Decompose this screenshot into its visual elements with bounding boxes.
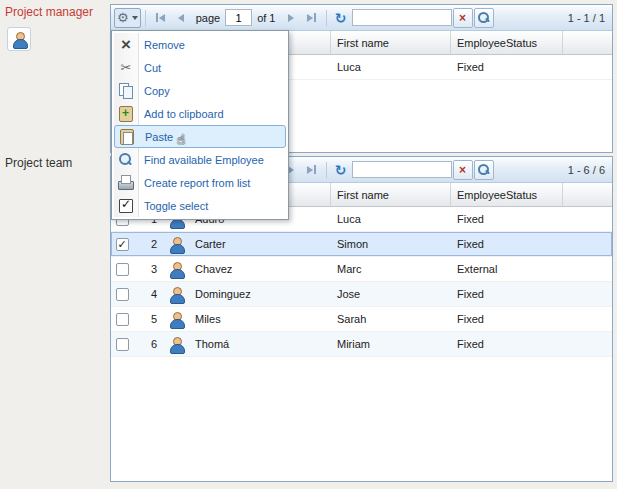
table-body: 1AduroLucaFixed2CarterSimonFixed3ChavezM…	[111, 207, 612, 481]
clear-search-icon: ×	[459, 164, 466, 176]
menu-item-add-to-clipboard[interactable]: Add to clipboard	[114, 102, 286, 125]
project-manager-avatar[interactable]	[7, 27, 31, 51]
row-checkbox[interactable]	[116, 238, 129, 251]
first-name-cell: Luca	[331, 207, 451, 231]
first-name-cell: Marc	[331, 257, 451, 281]
last-page-button[interactable]	[302, 160, 322, 180]
toggle-select-icon	[114, 197, 138, 214]
table-row[interactable]: 3ChavezMarcExternal	[111, 257, 612, 282]
table-row[interactable]: 4DominguezJoseFixed	[111, 282, 612, 307]
grid-toolbar: ⚙ page of 1 ↻ × 1 - 1 / 1	[111, 5, 612, 31]
checkbox-cell	[111, 257, 133, 281]
actions-menu-button[interactable]: ⚙	[114, 8, 141, 28]
filler-cell	[563, 232, 612, 256]
gear-icon: ⚙	[117, 11, 129, 24]
prev-page-button[interactable]	[171, 8, 191, 28]
checkbox-cell	[111, 282, 133, 306]
clear-search-button[interactable]: ×	[453, 8, 473, 28]
add-to-clipboard-icon	[114, 105, 138, 122]
filler-cell	[563, 282, 612, 306]
table-row[interactable]: 2CarterSimonFixed	[111, 232, 612, 257]
first-name-cell: Jose	[331, 282, 451, 306]
row-number: 6	[133, 332, 163, 356]
menu-item-label: Find available Employee	[144, 154, 264, 166]
status-cell: Fixed	[451, 207, 563, 231]
search-input[interactable]	[352, 9, 452, 26]
person-icon	[169, 312, 184, 327]
project-manager-label: Project manager	[5, 5, 93, 19]
status-cell: Fixed	[451, 282, 563, 306]
menu-item-toggle-select[interactable]: Toggle select	[114, 194, 286, 217]
table-row[interactable]: 6ThomáMiriamFixed	[111, 332, 612, 357]
icon-cell	[163, 257, 189, 281]
row-checkbox[interactable]	[116, 313, 129, 326]
next-page-button[interactable]	[281, 8, 301, 28]
page-number-input[interactable]	[225, 9, 252, 26]
checkbox-cell	[111, 232, 133, 256]
refresh-icon: ↻	[335, 11, 347, 25]
icon-cell	[163, 282, 189, 306]
first-page-button[interactable]	[150, 8, 170, 28]
checkbox-cell	[111, 332, 133, 356]
project-team-label: Project team	[5, 156, 72, 170]
last-name-cell: Dominguez	[189, 282, 331, 306]
menu-item-find-available-employee[interactable]: Find available Employee	[114, 148, 286, 171]
header-first-name[interactable]: First name	[331, 183, 451, 206]
refresh-icon: ↻	[335, 163, 347, 177]
header-first-name[interactable]: First name	[331, 31, 451, 54]
menu-item-label: Copy	[144, 85, 170, 97]
cursor-hand-icon	[177, 133, 185, 146]
table-row[interactable]: 5MilesSarahFixed	[111, 307, 612, 332]
filler-cell	[563, 332, 612, 356]
last-name-cell: Carter	[189, 232, 331, 256]
icon-cell	[163, 332, 189, 356]
first-page-icon	[159, 14, 165, 22]
paste-icon	[115, 128, 139, 145]
prev-page-icon	[178, 14, 184, 22]
search-input[interactable]	[352, 161, 452, 178]
find-employee-icon	[114, 151, 138, 168]
menu-item-label: Paste	[145, 131, 173, 143]
page-label: page	[196, 12, 220, 24]
chevron-down-icon	[132, 16, 138, 20]
search-icon	[477, 11, 490, 24]
refresh-button[interactable]: ↻	[331, 8, 351, 28]
menu-item-label: Remove	[144, 39, 185, 51]
menu-item-create-report-from-list[interactable]: Create report from list	[114, 171, 286, 194]
first-name-cell: Miriam	[331, 332, 451, 356]
page: Project manager Project team ⚙ page of 1…	[0, 0, 617, 489]
row-number: 3	[133, 257, 163, 281]
last-page-button[interactable]	[302, 8, 322, 28]
next-page-icon	[288, 14, 294, 22]
cut-icon	[114, 59, 138, 76]
header-employee-status[interactable]: EmployeeStatus	[451, 183, 563, 206]
row-number: 5	[133, 307, 163, 331]
last-page-icon	[307, 166, 313, 174]
of-label: of 1	[257, 12, 275, 24]
person-icon	[169, 262, 184, 277]
menu-item-label: Toggle select	[144, 200, 208, 212]
header-employee-status[interactable]: EmployeeStatus	[451, 31, 563, 54]
status-cell: Fixed	[451, 232, 563, 256]
refresh-button[interactable]: ↻	[331, 160, 351, 180]
menu-item-cut[interactable]: Cut	[114, 56, 286, 79]
menu-item-remove[interactable]: Remove	[114, 33, 286, 56]
menu-item-copy[interactable]: Copy	[114, 79, 286, 102]
search-icon	[477, 163, 490, 176]
row-checkbox[interactable]	[116, 288, 129, 301]
search-button[interactable]	[474, 160, 494, 180]
person-icon	[169, 337, 184, 352]
person-icon	[169, 237, 184, 252]
row-checkbox[interactable]	[116, 338, 129, 351]
clear-search-button[interactable]: ×	[453, 160, 473, 180]
last-page-icon	[307, 14, 313, 22]
toolbar-separator	[326, 10, 327, 26]
icon-cell	[163, 307, 189, 331]
first-name-cell: Luca	[331, 55, 451, 79]
row-checkbox[interactable]	[116, 263, 129, 276]
status-cell: External	[451, 257, 563, 281]
search-button[interactable]	[474, 8, 494, 28]
checkbox-cell	[111, 307, 133, 331]
menu-item-paste[interactable]: Paste	[114, 125, 286, 148]
report-icon	[114, 174, 138, 191]
